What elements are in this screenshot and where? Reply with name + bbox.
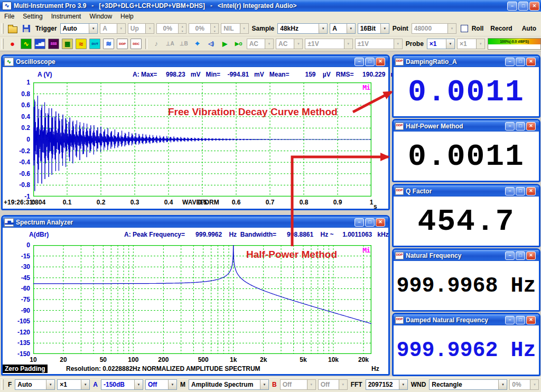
dropdown-arrow-icon[interactable] — [260, 380, 268, 389]
ddp-window-half-power[interactable]: DDP Half-Power Method –□✕ 0.0011 — [392, 119, 540, 182]
signal-generator-icon[interactable]: ≈ — [75, 38, 88, 50]
trigger-mode-combo[interactable]: Auto — [60, 23, 98, 34]
multimeter-icon[interactable]: 888 — [48, 38, 60, 50]
spectrum-analyzer-title: Spectrum Analyzer — [16, 219, 355, 226]
close-button[interactable]: ✕ — [526, 58, 536, 66]
b-range-combo: Off — [280, 379, 316, 390]
maximize-button[interactable]: □ — [516, 251, 525, 260]
play-loop-icon[interactable]: ▶o — [232, 38, 245, 50]
minimize-button[interactable]: – — [505, 122, 515, 130]
minimize-button[interactable]: – — [505, 316, 515, 324]
sampling-channel-combo[interactable]: A — [330, 23, 355, 34]
display-mode-combo[interactable]: Amplitude Spectrum — [189, 379, 269, 390]
sampling-rate-value: 48kHz — [278, 24, 319, 33]
maximize-button[interactable]: □ — [516, 122, 525, 130]
sample-label: Sample — [252, 25, 275, 32]
ddp-window-q-factor[interactable]: DDP Q Factor –□✕ 454.7 — [392, 184, 540, 247]
frequency-multiplier-combo[interactable]: ×1 — [57, 379, 90, 390]
speaker-icon[interactable]: ◁) — [205, 38, 218, 50]
oscilloscope-window[interactable]: ∿ Oscilloscope – □ ✕ A (V) A: Max= 998.2… — [1, 54, 390, 210]
frequency-axis-combo[interactable]: Auto — [15, 379, 55, 390]
maximize-button[interactable]: □ — [516, 187, 525, 195]
dropdown-arrow-icon[interactable] — [399, 380, 407, 389]
play-icon[interactable]: ▶ — [219, 38, 231, 50]
maximize-button[interactable]: □ — [516, 58, 525, 66]
oscilloscope-icon[interactable]: ∿ — [20, 38, 33, 50]
dropdown-arrow-icon[interactable] — [89, 24, 97, 33]
menu-setting[interactable]: Setting — [18, 13, 46, 20]
ddc-icon[interactable]: DDC — [130, 38, 143, 50]
minimize-button[interactable]: – — [505, 58, 515, 66]
oscilloscope-plot[interactable]: Mi 00.10.20.30.40.50.60.70.80.9110.80.60… — [33, 82, 371, 197]
trigger-reject-value: NIL — [221, 24, 239, 33]
sampling-rate-combo[interactable]: 48kHz — [277, 23, 328, 34]
zero-padding-badge: Zero Padding — [3, 365, 48, 373]
dropdown-arrow-icon[interactable] — [81, 380, 89, 389]
dropdown-arrow-icon[interactable] — [498, 380, 507, 389]
spectrum-analyzer-icon[interactable]: ▂▅▇ — [34, 38, 46, 50]
app-maximize-button[interactable]: □ — [518, 2, 528, 11]
close-button[interactable]: ✕ — [526, 122, 536, 130]
app-titlebar[interactable]: ∿ Multi-Instrument Pro 3.9 - [+3DP+DLG+L… — [0, 0, 541, 12]
maximize-button[interactable]: □ — [365, 58, 375, 66]
window-function-combo[interactable]: Rectangle — [429, 379, 507, 390]
fft-size-combo[interactable]: 2097152 — [366, 379, 408, 390]
run-stop-icon[interactable]: ● — [6, 38, 19, 50]
spectrum-analyzer-window[interactable]: ▂▆▃ Spectrum Analyzer – □ ✕ A(dBr) A: Pe… — [1, 215, 390, 376]
close-button[interactable]: ✕ — [376, 58, 385, 66]
dropdown-arrow-icon[interactable] — [446, 39, 454, 49]
axis-tick-label: 0 — [9, 136, 30, 143]
sampling-bits-combo[interactable]: 16Bit — [358, 23, 389, 34]
menu-instrument[interactable]: Instrument — [47, 13, 86, 20]
ddp-window-damped-natural-frequency[interactable]: DDP Damped Natural Frequency –□✕ 999.996… — [392, 313, 540, 376]
maximize-button[interactable]: □ — [365, 218, 375, 227]
menu-file[interactable]: File — [0, 13, 18, 20]
axis-tick-label: -15 — [9, 253, 30, 260]
multimeter-icon: 888 — [48, 39, 59, 49]
minimize-button[interactable]: – — [505, 187, 515, 195]
cursor-reader-icon[interactable]: ⌖ — [191, 38, 204, 50]
mi-logo: Mi — [362, 83, 370, 91]
a-range-combo[interactable]: -150dB — [101, 379, 143, 390]
axis-tick-label: 0.1 — [55, 199, 79, 206]
point-label: Point — [393, 25, 408, 32]
minimize-button[interactable]: – — [505, 251, 515, 260]
menu-window[interactable]: Window — [85, 13, 116, 20]
app-minimize-button[interactable]: – — [507, 2, 517, 11]
derived-data-point-viewer-icon[interactable]: DDP — [116, 38, 129, 50]
device-test-plan-icon[interactable]: DUT — [89, 38, 101, 50]
spectrum-3d-plot-icon[interactable]: ▩ — [61, 38, 74, 50]
ddp-window-natural-frequency[interactable]: DDP Natural Frequency –□✕ 999.9968 Hz — [392, 248, 540, 312]
dropdown-arrow-icon[interactable] — [347, 24, 355, 33]
record-button[interactable]: Record — [487, 23, 516, 34]
axis-tick-label: 0 — [9, 241, 30, 249]
dropdown-arrow-icon[interactable] — [46, 380, 54, 389]
save-file-icon[interactable] — [20, 23, 33, 35]
ddp-window-damping-ratio[interactable]: DDP DampingRatio_A –□✕ 0.0011 — [392, 54, 540, 118]
minimize-button[interactable]: – — [355, 218, 364, 227]
toolbar-grip — [1, 23, 4, 34]
spectrum-analyzer-titlebar[interactable]: ▂▆▃ Spectrum Analyzer – □ ✕ — [3, 217, 388, 228]
close-button[interactable]: ✕ — [526, 316, 536, 324]
ddp-title: Damped Natural Frequency — [406, 316, 505, 324]
dropdown-arrow-icon[interactable] — [134, 380, 143, 389]
roll-checkbox[interactable] — [461, 25, 468, 32]
dropdown-arrow-icon[interactable] — [168, 380, 176, 389]
close-button[interactable]: ✕ — [526, 251, 536, 260]
derived-data-curve-icon[interactable]: ≋ — [102, 38, 115, 50]
b-reference-combo: Off — [318, 379, 348, 390]
dropdown-arrow-icon[interactable] — [319, 24, 327, 33]
probe-a-combo[interactable]: ×1 — [427, 39, 455, 49]
close-button[interactable]: ✕ — [376, 218, 385, 227]
minimize-button[interactable]: – — [355, 58, 364, 66]
open-file-icon[interactable] — [6, 23, 19, 35]
maximize-button[interactable]: □ — [516, 316, 525, 324]
oscilloscope-titlebar[interactable]: ∿ Oscilloscope – □ ✕ — [3, 56, 388, 67]
app-close-button[interactable]: ✕ — [529, 2, 539, 11]
dropdown-arrow-icon[interactable] — [380, 24, 389, 33]
a-reference-combo[interactable]: Off — [145, 379, 177, 390]
auto-button[interactable]: Auto — [518, 23, 540, 34]
close-button[interactable]: ✕ — [526, 187, 536, 195]
menu-help[interactable]: Help — [116, 13, 138, 20]
spectrum-plot[interactable]: Mi 0-15-30-45-60-75-90-105-120-135-15010… — [33, 245, 371, 354]
